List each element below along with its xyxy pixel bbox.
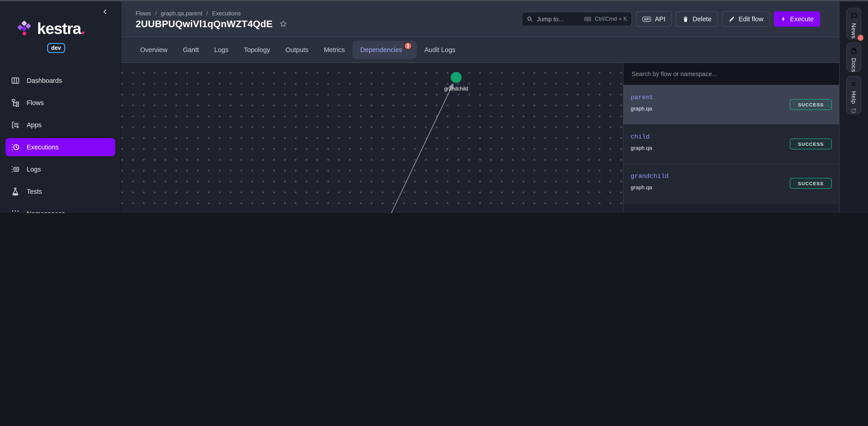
execute-button[interactable]: Execute [774, 11, 820, 27]
shortcut-hint: Ctrl/Cmd + K [595, 16, 627, 22]
sidebar-item-label: Tests [27, 188, 42, 195]
kestra-wordmark: kestra. [37, 20, 85, 36]
breadcrumb-flows[interactable]: Flows [135, 10, 151, 17]
kestra-app: kestra. dev Dashboards Flows Apps Execut… [0, 0, 868, 213]
news-notification-dot [858, 35, 864, 41]
delete-button[interactable]: Delete [676, 11, 718, 27]
tab-logs[interactable]: Logs [207, 40, 236, 59]
api-button[interactable]: API API [636, 11, 672, 27]
status-badge: SUCCESS [790, 178, 832, 189]
tab-metrics[interactable]: Metrics [316, 40, 352, 59]
dependencies-panel: parent graph.qa SUCCESS child graph.qa S… [623, 63, 839, 213]
sidebar-nav: Dashboards Flows Apps Executions Logs Te… [5, 72, 115, 213]
breadcrumb-namespace[interactable]: graph.qa.parent [161, 10, 202, 17]
docs-icon [850, 47, 857, 54]
status-badge: SUCCESS [790, 139, 832, 149]
sidebar-collapse-icon[interactable] [102, 9, 108, 15]
page-header: Flows/ graph.qa.parent/ Executions 2UUBP… [121, 1, 839, 37]
dependency-item-grandchild[interactable]: grandchild graph.qa SUCCESS [623, 164, 839, 203]
star-icon[interactable] [279, 20, 287, 27]
sidebar-item-apps[interactable]: Apps [5, 116, 115, 134]
header-left: Flows/ graph.qa.parent/ Executions 2UUBP… [121, 10, 287, 28]
slack-icon [850, 81, 857, 87]
executions-icon [11, 143, 20, 152]
dependency-graph-canvas[interactable]: grandchildchildparent + − [121, 63, 623, 213]
dependencies-search-input[interactable] [631, 70, 832, 78]
sidebar-item-label: Namespaces [27, 210, 65, 213]
tab-overview[interactable]: Overview [132, 40, 175, 59]
dependency-item-parent[interactable]: parent graph.qa SUCCESS [623, 85, 839, 124]
breadcrumb-executions[interactable]: Executions [212, 10, 241, 17]
right-utility-strip: News Docs Help 1.0.0-SNAPSHOT [839, 1, 868, 213]
keyboard-icon [584, 16, 592, 23]
edit-flow-button[interactable]: Edit flow [722, 11, 770, 27]
search-icon [527, 16, 533, 22]
window-top-strip [0, 0, 868, 1]
jump-to-search[interactable]: Jump to... Ctrl/Cmd + K [522, 12, 632, 26]
tests-icon [11, 187, 20, 196]
news-button[interactable]: News [846, 8, 861, 39]
help-button[interactable]: Help [846, 76, 861, 114]
dep-node-grandchild[interactable] [451, 72, 462, 83]
tab-outputs[interactable]: Outputs [278, 40, 316, 59]
sidebar-item-label: Apps [27, 121, 41, 129]
trash-icon [682, 16, 689, 22]
dep-edge-child-grandchild [382, 88, 451, 213]
sidebar-item-tests[interactable]: Tests [5, 182, 115, 201]
pencil-icon [728, 16, 735, 22]
dependencies-count-badge: 3 [403, 41, 412, 50]
dependency-item-child[interactable]: child graph.qa SUCCESS [623, 124, 839, 164]
news-icon [850, 12, 857, 20]
sidebar-item-flows[interactable]: Flows [5, 94, 115, 112]
environment-badge: dev [47, 43, 65, 53]
sidebar-item-label: Logs [27, 166, 41, 173]
sidebar-item-dashboards[interactable]: Dashboards [5, 72, 115, 90]
logs-icon [11, 165, 20, 174]
status-badge: SUCCESS [790, 99, 832, 110]
header-actions: Jump to... Ctrl/Cmd + K API API Delete E… [522, 11, 839, 27]
breadcrumb: Flows/ graph.qa.parent/ Executions [135, 10, 287, 17]
sidebar-item-label: Executions [27, 143, 59, 151]
tab-dependencies[interactable]: Dependencies 3 [352, 40, 416, 59]
flows-icon [11, 98, 20, 107]
dep-node-label-grandchild: grandchild [444, 86, 468, 92]
tab-gantt[interactable]: Gantt [175, 40, 207, 59]
sidebar-item-namespaces[interactable]: Namespaces [5, 205, 115, 213]
external-link-icon [851, 108, 857, 114]
sidebar-item-label: Flows [27, 99, 44, 106]
sidebar-item-executions[interactable]: Executions [5, 138, 115, 156]
docs-button[interactable]: Docs [846, 42, 861, 72]
jump-to-placeholder: Jump to... [537, 16, 564, 22]
dependency-graph-svg: grandchildchildparent [121, 63, 623, 213]
page-title: 2UUBPUQwiVl1qQnWZT4QdE [135, 19, 273, 28]
api-icon: API [643, 17, 651, 22]
kestra-logo: kestra. [18, 20, 85, 36]
tab-audit-logs[interactable]: Audit Logs [416, 40, 463, 59]
execution-tabs: Overview Gantt Logs Topology Outputs Met… [121, 37, 839, 63]
sidebar-item-label: Dashboards [27, 77, 62, 84]
dependencies-search-bar [623, 63, 839, 85]
namespaces-icon [11, 209, 20, 213]
tab-topology[interactable]: Topology [236, 40, 278, 59]
kestra-logo-icon [18, 21, 32, 35]
dashboards-icon [11, 76, 20, 85]
sidebar-item-logs[interactable]: Logs [5, 160, 115, 178]
lightning-icon [780, 16, 786, 22]
sidebar: kestra. dev Dashboards Flows Apps Execut… [0, 1, 121, 213]
apps-icon [11, 120, 20, 130]
